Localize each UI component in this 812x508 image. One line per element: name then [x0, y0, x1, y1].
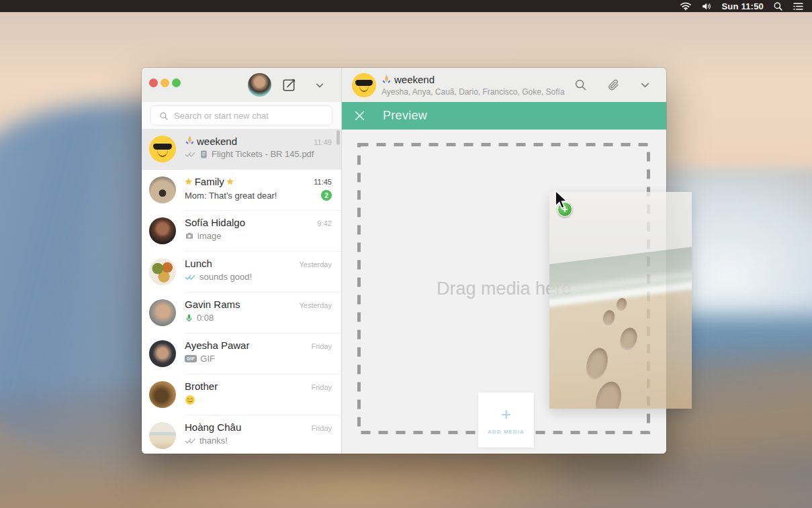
chat-last-message: Mom: That's great dear!2 — [185, 190, 332, 201]
chat-time: Yesterday — [299, 260, 332, 268]
chat-name: Gavin Rams — [185, 299, 240, 310]
star-emoji: ★ — [185, 176, 193, 187]
chat-list-item[interactable]: ★Family★11:45Mom: That's great dear!2 — [142, 170, 341, 211]
sidebar: weekend11:49Flight Tickets - BR 145.pdf★… — [142, 68, 342, 454]
mic-icon — [185, 313, 193, 323]
search-icon — [159, 111, 169, 121]
chat-last-message: thanks! — [185, 436, 332, 446]
gif-badge-icon: GIF — [185, 355, 197, 362]
double-check-icon — [185, 438, 196, 444]
chat-name: Hoàng Châu — [185, 421, 241, 433]
my-profile-avatar[interactable] — [248, 73, 271, 97]
chat-time: Friday — [311, 342, 332, 350]
preview-bar: Preview — [342, 102, 666, 130]
notification-center-icon[interactable] — [793, 2, 804, 11]
volume-icon[interactable] — [701, 2, 713, 11]
arrow-cursor-icon — [553, 190, 568, 210]
chevron-down-icon — [640, 80, 650, 90]
chat-time: Yesterday — [299, 301, 332, 309]
chat-time: 11:45 — [314, 178, 332, 186]
search-in-chat-button[interactable] — [574, 79, 587, 91]
chat-name: weekend — [185, 135, 237, 147]
chat-header-actions — [574, 79, 666, 91]
chat-title: weekend — [381, 74, 565, 86]
double-check-icon — [185, 151, 196, 158]
chat-time: 9:42 — [318, 219, 332, 227]
woman-photo — [149, 217, 176, 244]
double-check-icon — [185, 274, 196, 281]
chat-last-message: image — [185, 231, 332, 241]
star-emoji: ★ — [226, 176, 234, 187]
woman-glasses-photo — [149, 340, 176, 367]
minimize-window-button[interactable] — [161, 79, 169, 87]
sunglasses-emoji — [149, 136, 176, 162]
unread-count-badge: 2 — [321, 190, 332, 201]
chat-list-item[interactable]: Ayesha PawarFridayGIFGIF — [142, 334, 341, 374]
chat-last-message: GIFGIF — [185, 354, 332, 364]
chat-last-message: sounds good! — [185, 272, 332, 282]
dragged-image[interactable] — [549, 192, 692, 409]
pray-emoji — [381, 74, 392, 86]
spotlight-search-icon[interactable] — [773, 1, 783, 11]
document-icon — [199, 150, 208, 159]
sidebar-titlebar — [142, 68, 341, 102]
search-input[interactable] — [159, 111, 332, 121]
chat-name: ★Family★ — [185, 176, 234, 187]
menu-bar: Sun 11:50 — [0, 0, 812, 12]
chat-time: 11:49 — [314, 138, 332, 146]
chat-header-text: weekend Ayesha, Anya, Cauã, Dario, Franc… — [381, 74, 565, 97]
add-media-button[interactable]: + ADD MEDIA — [478, 393, 534, 448]
paperclip-icon — [607, 79, 620, 91]
pug-photo — [149, 176, 176, 203]
sidebar-scrollbar[interactable] — [336, 130, 340, 145]
chat-list-item[interactable]: weekend11:49Flight Tickets - BR 145.pdf — [142, 129, 341, 170]
silhouette-photo — [149, 381, 176, 408]
group-avatar[interactable] — [352, 73, 376, 97]
chat-list-item[interactable]: Hoàng ChâuFridaythanks! — [142, 415, 341, 454]
chat-time: Friday — [311, 424, 332, 432]
search-icon — [574, 79, 587, 91]
new-chat-button[interactable] — [281, 77, 297, 93]
preview-title: Preview — [383, 109, 427, 123]
chat-list: weekend11:49Flight Tickets - BR 145.pdf★… — [142, 129, 341, 454]
plus-icon: + — [501, 406, 511, 422]
chat-list-item[interactable]: BrotherFriday — [142, 374, 341, 415]
chat-last-message: 0:08 — [185, 313, 332, 323]
attach-button[interactable] — [607, 79, 620, 91]
chat-name: Ayesha Pawar — [185, 340, 249, 351]
chat-name: Lunch — [185, 258, 212, 269]
close-window-button[interactable] — [149, 79, 158, 87]
close-preview-button[interactable] — [355, 111, 365, 121]
chat-last-message — [185, 395, 332, 405]
chat-list-item[interactable]: Sofía Hidalgo9:42image — [142, 211, 341, 252]
chat-name: Sofía Hidalgo — [185, 217, 245, 228]
sidebar-menu-chevron[interactable] — [315, 80, 326, 91]
man-glasses-photo — [149, 299, 176, 326]
add-media-label: ADD MEDIA — [488, 429, 524, 435]
wifi-icon[interactable] — [680, 2, 692, 11]
food-photo — [149, 258, 176, 285]
pray-emoji — [185, 135, 195, 147]
zoom-window-button[interactable] — [172, 79, 181, 87]
chat-last-message: Flight Tickets - BR 145.pdf — [185, 149, 332, 159]
smile-emoji — [185, 395, 195, 405]
beach-photo — [149, 422, 176, 449]
chat-participants: Ayesha, Anya, Cauã, Dario, Francisco, Go… — [381, 87, 565, 97]
chat-list-item[interactable]: Gavin RamsYesterday0:08 — [142, 293, 341, 334]
x-icon — [355, 111, 365, 121]
chat-title-text: weekend — [394, 74, 435, 85]
search-box[interactable] — [150, 105, 332, 125]
menu-bar-clock[interactable]: Sun 11:50 — [722, 1, 764, 11]
chat-time: Friday — [311, 383, 332, 391]
search-area — [142, 102, 341, 129]
chat-header: weekend Ayesha, Anya, Cauã, Dario, Franc… — [342, 68, 666, 102]
chevron-down-icon — [315, 81, 324, 90]
chat-name: Brother — [185, 380, 218, 392]
compose-icon — [281, 77, 297, 93]
chat-menu-chevron[interactable] — [640, 80, 650, 90]
chat-list-item[interactable]: LunchYesterdaysounds good! — [142, 252, 341, 293]
drag-cursor — [553, 190, 568, 213]
camera-icon — [185, 232, 194, 240]
